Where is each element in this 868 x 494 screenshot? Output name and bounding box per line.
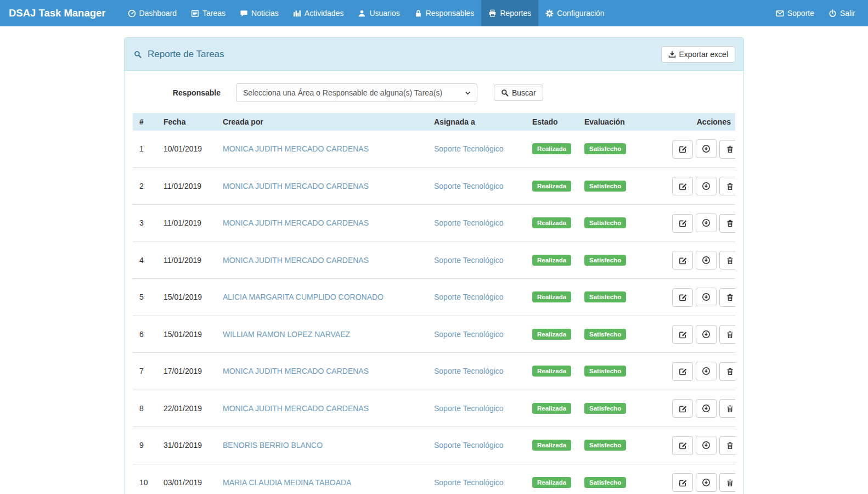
download-button[interactable] xyxy=(696,399,717,418)
row-assigned-to-link[interactable]: Soporte Tecnológico xyxy=(434,256,504,265)
circle-arrow-down-icon xyxy=(702,478,711,487)
stats-icon xyxy=(293,9,301,18)
delete-button[interactable] xyxy=(719,214,735,233)
download-button[interactable] xyxy=(696,473,717,492)
export-excel-label: Exportar excel xyxy=(679,50,728,59)
row-created-by-link[interactable]: MONICA JUDITH MERCADO CARDENAS xyxy=(223,144,369,153)
edit-button[interactable] xyxy=(672,436,693,455)
nav-right: SoporteSalir xyxy=(769,0,868,26)
edit-button[interactable] xyxy=(672,325,693,344)
delete-button[interactable] xyxy=(719,436,735,455)
download-button[interactable] xyxy=(696,139,717,158)
evaluation-badge: Satisfecho xyxy=(584,181,626,192)
envelope-icon xyxy=(776,9,784,18)
download-button[interactable] xyxy=(696,214,717,232)
edit-button[interactable] xyxy=(672,399,693,418)
row-created-by-link[interactable]: MONICA JUDITH MERCADO CARDENAS xyxy=(223,404,369,413)
edit-icon xyxy=(679,441,687,450)
row-actions xyxy=(665,167,735,205)
nav-item-soporte[interactable]: Soporte xyxy=(769,0,821,26)
row-assigned-to-link[interactable]: Soporte Tecnológico xyxy=(434,144,504,153)
row-date: 22/01/2019 xyxy=(159,390,218,427)
edit-icon xyxy=(679,330,687,339)
row-created-by-link[interactable]: MONICA JUDITH MERCADO CARDENAS xyxy=(223,367,369,375)
row-assigned-to-link[interactable]: Soporte Tecnológico xyxy=(434,293,504,301)
edit-button[interactable] xyxy=(672,473,693,492)
circle-arrow-down-icon xyxy=(702,330,711,339)
row-assigned-to-link[interactable]: Soporte Tecnológico xyxy=(434,441,504,450)
export-excel-button[interactable]: Exportar excel xyxy=(661,46,735,63)
download-button[interactable] xyxy=(696,177,717,195)
download-icon xyxy=(668,50,676,58)
edit-icon xyxy=(679,367,687,375)
col-header-estado: Estado xyxy=(528,113,580,131)
nav-item-label: Reportes xyxy=(500,9,531,18)
delete-button[interactable] xyxy=(719,288,735,307)
row-created-by-link[interactable]: ALICIA MARGARITA CUMPLIDO CORONADO xyxy=(223,293,384,301)
nav-item-dashboard[interactable]: Dashboard xyxy=(121,0,184,26)
delete-button[interactable] xyxy=(719,140,735,159)
download-button[interactable] xyxy=(696,362,717,380)
edit-button[interactable] xyxy=(672,214,693,233)
delete-button[interactable] xyxy=(719,399,735,418)
row-assigned-to-link[interactable]: Soporte Tecnológico xyxy=(434,218,504,227)
download-button[interactable] xyxy=(696,325,717,344)
dashboard-icon xyxy=(128,9,136,18)
nav-item-tareas[interactable]: Tareas xyxy=(184,0,233,26)
col-header-asignada-a: Asignada a xyxy=(430,113,528,131)
table-head: #FechaCreada porAsignada aEstadoEvaluaci… xyxy=(133,113,735,131)
row-assigned-to-link[interactable]: Soporte Tecnológico xyxy=(434,367,504,375)
trash-icon xyxy=(726,367,734,375)
circle-arrow-down-icon xyxy=(702,218,711,227)
trash-icon xyxy=(726,145,734,153)
nav-item-usuarios[interactable]: Usuarios xyxy=(351,0,407,26)
col-header-creada-por: Creada por xyxy=(218,113,430,131)
delete-button[interactable] xyxy=(719,177,735,195)
row-created-by-link[interactable]: WILLIAM RAMON LOPEZ NARVAEZ xyxy=(223,330,350,339)
delete-button[interactable] xyxy=(719,362,735,381)
responsable-select[interactable]: Selecciona una Área o Responsable de alg… xyxy=(236,83,477,102)
row-created-by-link[interactable]: MONICA JUDITH MERCADO CARDENAS xyxy=(223,218,369,227)
edit-button[interactable] xyxy=(672,177,693,195)
row-actions xyxy=(665,353,735,390)
row-assigned-to-link[interactable]: Soporte Tecnológico xyxy=(434,330,504,339)
trash-icon xyxy=(726,256,734,265)
status-badge: Realizada xyxy=(532,366,571,377)
row-created-by-link[interactable]: MONICA JUDITH MERCADO CARDENAS xyxy=(223,182,369,190)
delete-button[interactable] xyxy=(719,473,735,492)
row-actions xyxy=(665,279,735,316)
edit-button[interactable] xyxy=(672,288,693,307)
download-button[interactable] xyxy=(696,251,717,270)
nav-item-salir[interactable]: Salir xyxy=(821,0,863,26)
row-created-by-link[interactable]: MONICA JUDITH MERCADO CARDENAS xyxy=(223,256,369,265)
main-container: Reporte de Tareas Exportar excel Respons… xyxy=(124,37,744,494)
nav-item-noticias[interactable]: Noticias xyxy=(233,0,286,26)
circle-arrow-down-icon xyxy=(702,367,711,375)
delete-button[interactable] xyxy=(719,251,735,270)
nav-item-actividades[interactable]: Actividades xyxy=(286,0,351,26)
edit-button[interactable] xyxy=(672,362,693,381)
row-assigned-to-link[interactable]: Soporte Tecnológico xyxy=(434,478,504,487)
chevron-down-icon xyxy=(464,89,471,97)
delete-button[interactable] xyxy=(719,325,735,344)
table-header-row: #FechaCreada porAsignada aEstadoEvaluaci… xyxy=(133,113,735,131)
row-created-by-link[interactable]: BENORIS BERRIO BLANCO xyxy=(223,441,323,450)
evaluation-badge: Satisfecho xyxy=(584,366,626,377)
nav-item-reportes[interactable]: Reportes xyxy=(481,0,538,26)
edit-button[interactable] xyxy=(672,140,693,159)
row-date: 31/01/2019 xyxy=(159,427,218,464)
nav-item-responsables[interactable]: Responsables xyxy=(407,0,482,26)
row-created-by-link[interactable]: MARIA CLAUDIA MEDINA TABOADA xyxy=(223,478,351,487)
row-date: 03/01/2019 xyxy=(159,464,218,494)
table-row: 1 10/01/2019 MONICA JUDITH MERCADO CARDE… xyxy=(133,131,735,167)
evaluation-badge: Satisfecho xyxy=(584,217,626,228)
row-assigned-to-link[interactable]: Soporte Tecnológico xyxy=(434,182,504,190)
edit-button[interactable] xyxy=(672,251,693,270)
download-button[interactable] xyxy=(696,436,717,454)
download-button[interactable] xyxy=(696,288,717,306)
nav-item-label: Dashboard xyxy=(139,9,177,18)
row-assigned-to-link[interactable]: Soporte Tecnológico xyxy=(434,404,504,413)
buscar-button[interactable]: Buscar xyxy=(494,85,543,101)
nav-item-configuracion[interactable]: Configuración xyxy=(538,0,611,26)
evaluation-badge: Satisfecho xyxy=(584,329,626,340)
